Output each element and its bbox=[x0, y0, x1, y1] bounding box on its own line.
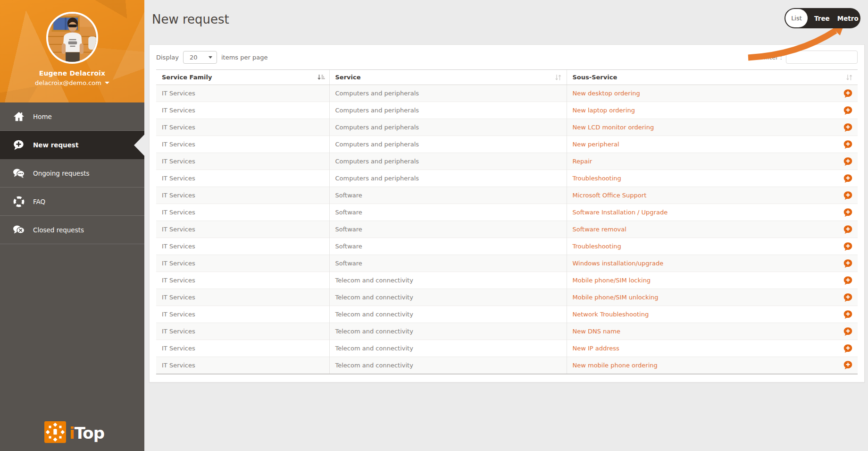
cell-service: Computers and peripherals bbox=[329, 85, 567, 102]
column-header-label: Service bbox=[335, 74, 361, 81]
sous-service-link[interactable]: Mobile phone/SIM unlocking bbox=[573, 294, 659, 301]
new-request-bubble-icon[interactable] bbox=[843, 106, 852, 115]
sidebar-item-label: Closed requests bbox=[33, 226, 84, 234]
sort-asc-icon bbox=[317, 74, 325, 81]
column-header-service-family[interactable]: Service Family bbox=[156, 70, 329, 85]
new-request-bubble-icon[interactable] bbox=[843, 208, 852, 217]
new-request-bubble-icon[interactable] bbox=[843, 310, 852, 319]
cell-service: Telecom and connectivity bbox=[329, 340, 567, 357]
sous-service-link[interactable]: Mobile phone/SIM locking bbox=[573, 277, 651, 284]
sous-service-link[interactable]: Software Installation / Upgrade bbox=[573, 209, 668, 216]
itop-logo-text: iTop bbox=[69, 423, 104, 443]
table-header-row: Service FamilyServiceSous-Service bbox=[156, 70, 858, 85]
table-row: IT ServicesTelecom and connectivityNetwo… bbox=[156, 306, 858, 323]
cell-service-family: IT Services bbox=[156, 187, 329, 204]
sous-service-link[interactable]: Troubleshooting bbox=[573, 243, 621, 250]
cell-service: Computers and peripherals bbox=[329, 119, 567, 136]
sous-service-link[interactable]: New DNS name bbox=[573, 328, 620, 335]
sous-service-link[interactable]: New mobile phone ordering bbox=[573, 362, 658, 369]
cell-service-family: IT Services bbox=[156, 136, 329, 153]
sous-service-link[interactable]: New peripheral bbox=[573, 141, 619, 148]
sous-service-link[interactable]: New IP address bbox=[573, 345, 619, 352]
sidebar-item-label: FAQ bbox=[33, 198, 45, 205]
cell-sous-service: Software removal bbox=[567, 221, 858, 238]
sous-service-link[interactable]: Troubleshooting bbox=[573, 175, 621, 182]
cell-sous-service: Mobile phone/SIM locking bbox=[567, 272, 858, 289]
sous-service-link[interactable]: Software removal bbox=[573, 226, 626, 233]
sidebar-item-ongoing-requests[interactable]: Ongoing requests bbox=[0, 159, 144, 187]
sidebar-item-faq[interactable]: FAQ bbox=[0, 187, 144, 216]
new-request-icon bbox=[13, 139, 25, 151]
filter-input[interactable] bbox=[786, 51, 858, 64]
sidebar-item-new-request[interactable]: New request bbox=[0, 131, 144, 159]
cell-sous-service: Troubleshooting bbox=[567, 238, 858, 255]
avatar bbox=[46, 12, 98, 64]
column-header-sous-service[interactable]: Sous-Service bbox=[567, 70, 858, 85]
new-request-bubble-icon[interactable] bbox=[843, 344, 852, 353]
sous-service-link[interactable]: New laptop ordering bbox=[573, 107, 635, 114]
cell-service: Telecom and connectivity bbox=[329, 306, 567, 323]
sous-service-link[interactable]: New desktop ordering bbox=[573, 90, 640, 97]
table-row: IT ServicesSoftwareWindows installation/… bbox=[156, 255, 858, 272]
view-option-list[interactable]: List bbox=[785, 9, 808, 27]
cell-service: Software bbox=[329, 204, 567, 221]
cell-service: Computers and peripherals bbox=[329, 102, 567, 119]
new-request-bubble-icon[interactable] bbox=[843, 157, 852, 166]
cell-service: Software bbox=[329, 255, 567, 272]
sidebar-item-closed-requests[interactable]: Closed requests bbox=[0, 216, 144, 244]
new-request-bubble-icon[interactable] bbox=[843, 89, 852, 98]
cell-service: Software bbox=[329, 221, 567, 238]
sidebar-item-label: New request bbox=[33, 141, 78, 149]
display-label: Display bbox=[156, 54, 179, 61]
services-table-wrap: Service FamilyServiceSous-Service IT Ser… bbox=[150, 69, 864, 374]
sidebar-item-home[interactable]: Home bbox=[0, 102, 144, 131]
new-request-bubble-icon[interactable] bbox=[843, 242, 852, 251]
table-row: IT ServicesSoftwareTroubleshooting bbox=[156, 238, 858, 255]
sous-service-link[interactable]: Microsoft Office Support bbox=[573, 192, 647, 199]
cell-sous-service: New peripheral bbox=[567, 136, 858, 153]
cell-service-family: IT Services bbox=[156, 340, 329, 357]
table-row: IT ServicesTelecom and connectivityNew I… bbox=[156, 340, 858, 357]
chevron-down-icon bbox=[209, 56, 212, 59]
sous-service-link[interactable]: Network Troubleshooting bbox=[573, 311, 649, 318]
table-row: IT ServicesSoftwareMicrosoft Office Supp… bbox=[156, 187, 858, 204]
new-request-bubble-icon[interactable] bbox=[843, 191, 852, 200]
cell-sous-service: Microsoft Office Support bbox=[567, 187, 858, 204]
new-request-bubble-icon[interactable] bbox=[843, 123, 852, 132]
new-request-bubble-icon[interactable] bbox=[843, 259, 852, 268]
sous-service-link[interactable]: Repair bbox=[573, 158, 593, 165]
new-request-bubble-icon[interactable] bbox=[843, 140, 852, 149]
new-request-bubble-icon[interactable] bbox=[843, 276, 852, 285]
cell-sous-service: New desktop ordering bbox=[567, 85, 858, 102]
table-row: IT ServicesComputers and peripheralsTrou… bbox=[156, 170, 858, 187]
column-header-service[interactable]: Service bbox=[329, 70, 567, 85]
new-request-bubble-icon[interactable] bbox=[843, 174, 852, 183]
cell-service-family: IT Services bbox=[156, 306, 329, 323]
page-size-value: 20 bbox=[190, 54, 198, 61]
view-option-tree[interactable]: Tree bbox=[814, 15, 830, 22]
new-request-bubble-icon[interactable] bbox=[843, 225, 852, 234]
view-option-metro[interactable]: Metro bbox=[837, 15, 859, 22]
table-row: IT ServicesTelecom and connectivityNew D… bbox=[156, 323, 858, 340]
cell-service: Telecom and connectivity bbox=[329, 272, 567, 289]
new-request-bubble-icon[interactable] bbox=[843, 293, 852, 302]
new-request-bubble-icon[interactable] bbox=[843, 327, 852, 336]
view-switcher: List Tree Metro bbox=[785, 8, 860, 28]
sous-service-link[interactable]: New LCD monitor ordering bbox=[573, 124, 654, 131]
cell-service-family: IT Services bbox=[156, 238, 329, 255]
table-row: IT ServicesTelecom and connectivityNew m… bbox=[156, 357, 858, 374]
cell-sous-service: Software Installation / Upgrade bbox=[567, 204, 858, 221]
page-size-select[interactable]: 20 bbox=[183, 51, 217, 64]
new-request-bubble-icon[interactable] bbox=[843, 361, 852, 370]
sous-service-link[interactable]: Windows installation/upgrade bbox=[573, 260, 664, 267]
faq-icon bbox=[13, 196, 25, 208]
table-row: IT ServicesTelecom and connectivityMobil… bbox=[156, 272, 858, 289]
closed-requests-icon bbox=[13, 224, 25, 236]
cell-service: Telecom and connectivity bbox=[329, 323, 567, 340]
sort-arrows-icon bbox=[554, 74, 562, 81]
table-row: IT ServicesSoftwareSoftware Installation… bbox=[156, 204, 858, 221]
ongoing-requests-icon bbox=[13, 167, 25, 179]
cell-service-family: IT Services bbox=[156, 357, 329, 374]
user-menu[interactable]: delacroix@demo.com bbox=[35, 79, 109, 86]
sidebar-item-label: Ongoing requests bbox=[33, 170, 90, 177]
